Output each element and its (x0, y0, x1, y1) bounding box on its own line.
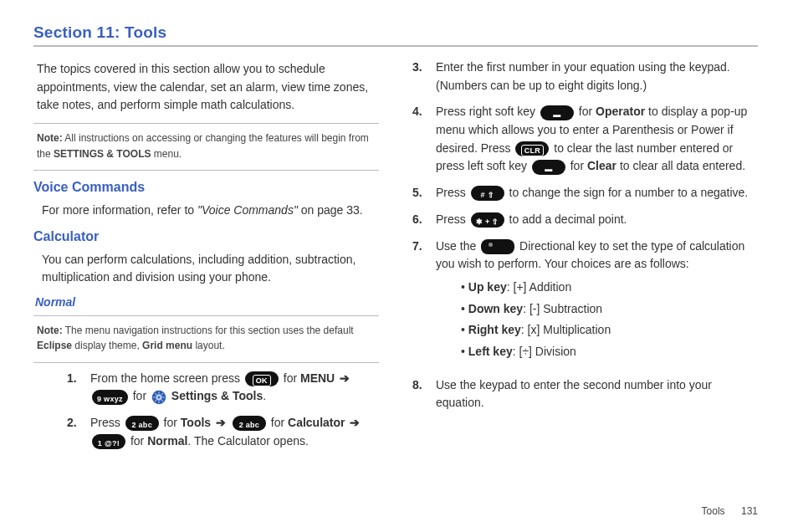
note-label: Note: (37, 325, 63, 336)
step-2: 2. Press 2 abc for Tools ➔ 2 abc for Cal… (33, 414, 379, 450)
step-number: 1. (67, 370, 90, 388)
hash-key-icon: # ⇧ (471, 186, 504, 201)
left-steps: 1. From the home screen press OK for MEN… (33, 370, 379, 451)
star-key-icon: ✱ + ⇧ (471, 212, 504, 228)
step-4: 4. Press right soft key ▬ for Operator t… (412, 103, 758, 176)
divider (33, 315, 379, 316)
bullet-down: • Down key: [-] Subtraction (461, 300, 758, 319)
step-text: Press right soft key ▬ for Operator to d… (436, 103, 758, 176)
left-soft-key-icon: ▬ (532, 160, 565, 175)
footer-section-label: Tools (702, 505, 725, 517)
right-soft-key-icon: ▬ (540, 105, 574, 120)
bullet-right: • Right key: [x] Multiplication (461, 321, 758, 340)
divider (33, 362, 379, 363)
one-key-icon: 1 @?! (92, 434, 125, 449)
left-column: The topics covered in this section allow… (33, 54, 379, 459)
step-number: 4. (412, 103, 436, 121)
content-columns: The topics covered in this section allow… (33, 54, 758, 459)
right-steps: 3. Enter the first number in your equati… (412, 59, 758, 412)
note-navigation: Note: The menu navigation instructions f… (37, 323, 376, 354)
step-number: 2. (67, 414, 90, 432)
step-text: Press 2 abc for Tools ➔ 2 abc for Calcul… (90, 414, 379, 450)
right-column: 3. Enter the first number in your equati… (412, 54, 758, 459)
heading-calculator: Calculator (33, 227, 379, 248)
intro-paragraph: The topics covered in this section allow… (37, 60, 376, 115)
step-number: 6. (412, 211, 436, 229)
two-key-icon: 2 abc (125, 416, 159, 431)
bullet-up: • Up key: [+] Addition (461, 279, 758, 297)
divider (33, 170, 379, 171)
calculator-paragraph: You can perform calculations, including … (42, 251, 376, 287)
arrow-icon: ➔ (350, 416, 360, 429)
two-key-icon: 2 abc (233, 416, 266, 431)
step-number: 3. (412, 59, 436, 77)
directional-key-icon (481, 239, 514, 254)
step-text: From the home screen press OK for MENU ➔… (90, 370, 379, 406)
note-label: Note: (37, 132, 63, 144)
step-text: Press # ⇧ to change the sign for a numbe… (436, 184, 758, 202)
step-number: 7. (412, 238, 436, 256)
step-5: 5. Press # ⇧ to change the sign for a nu… (412, 184, 758, 202)
bullet-left: • Left key: [÷] Division (461, 343, 758, 361)
voice-commands-paragraph: For more information, refer to "Voice Co… (42, 202, 376, 220)
step-text: Use the Directional key to set the type … (436, 238, 758, 368)
step-text: Use the keypad to enter the second numbe… (436, 376, 758, 412)
footer-page-number: 131 (741, 505, 758, 517)
step-8: 8. Use the keypad to enter the second nu… (412, 376, 758, 412)
section-title: Section 11: Tools (33, 23, 166, 41)
note-settings-tools: Note: All instructions on accessing or c… (37, 130, 376, 161)
arrow-icon: ➔ (216, 416, 226, 429)
step-text: Press ✱ + ⇧ to add a decimal point. (436, 211, 758, 229)
step-7: 7. Use the Directional key to set the ty… (412, 238, 758, 368)
clr-key-icon: CLR (515, 141, 549, 156)
step-6: 6. Press ✱ + ⇧ to add a decimal point. (412, 211, 758, 229)
step-number: 8. (412, 376, 436, 395)
step-number: 5. (412, 184, 436, 202)
divider (33, 123, 379, 124)
title-bar: Section 11: Tools (33, 23, 758, 47)
voice-commands-ref: "Voice Commands" (197, 203, 298, 217)
subheading-normal: Normal (35, 294, 379, 312)
heading-voice-commands: Voice Commands (33, 177, 379, 198)
arrow-icon: ➔ (340, 371, 350, 385)
direction-bullets: • Up key: [+] Addition • Down key: [-] S… (461, 279, 758, 361)
step-3: 3. Enter the first number in your equati… (412, 59, 758, 95)
page-footer: Tools 131 (702, 505, 758, 517)
gear-icon (151, 390, 166, 405)
nine-key-icon: 9 wxyz (92, 390, 128, 405)
ok-key-icon: OK (245, 371, 279, 386)
step-text: Enter the first number in your equation … (436, 59, 758, 95)
step-1: 1. From the home screen press OK for MEN… (33, 370, 379, 406)
